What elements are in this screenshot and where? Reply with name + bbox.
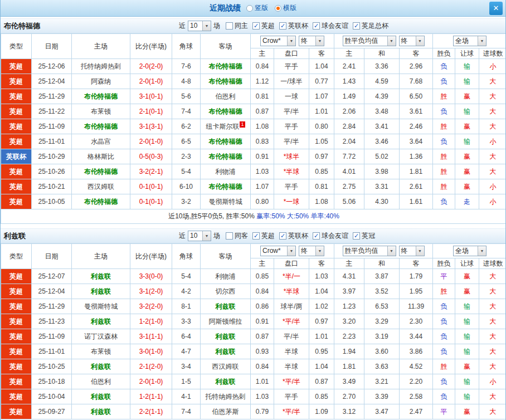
europe-company-select[interactable]: 胜平负均值▼: [343, 246, 396, 256]
filter-checkbox[interactable]: ✓英足总杯: [353, 21, 388, 31]
corners-cell: 7-4: [172, 104, 201, 119]
goals-cell: 大: [479, 329, 506, 344]
europe-draw-cell: 4.39: [364, 89, 400, 104]
filter-checkbox[interactable]: 同主: [226, 21, 248, 31]
match-count-value: 10: [188, 21, 202, 31]
away-team-cell: 西汉姆联: [201, 359, 251, 374]
match-row: 英超25-10-05布伦特福德0-1(0-1)3-2曼彻斯特城0.80*一球1.…: [1, 194, 506, 209]
checkbox-checked-icon[interactable]: ✓: [279, 22, 286, 30]
close-button[interactable]: ✕: [489, 2, 503, 15]
layout-option-label: 竖版: [255, 3, 268, 13]
goals-cell: 大: [479, 404, 506, 419]
checkbox-unchecked-icon[interactable]: [226, 232, 233, 240]
europe-time-select[interactable]: 终▼: [399, 36, 425, 46]
date-cell: 25-11-09: [32, 329, 72, 344]
filter-checkbox[interactable]: ✓英联杯: [279, 231, 308, 241]
radio-unselected-icon[interactable]: [246, 5, 253, 12]
europe-home-cell: 3.20: [334, 314, 364, 329]
away-team-cell: 纽卡斯尔联1: [201, 119, 251, 134]
filter-checkbox[interactable]: 同客: [226, 231, 248, 241]
asian-home-odds-cell: 0.91: [251, 149, 274, 164]
radio-selected-icon[interactable]: [275, 5, 281, 12]
league-cell: 英超: [1, 329, 32, 344]
europe-draw-cell: 3.39: [364, 389, 400, 404]
europe-draw-cell: 3.87: [364, 269, 400, 284]
match-count-select[interactable]: 10▼: [188, 231, 211, 241]
filter-checkbox[interactable]: ✓球会友谊: [313, 231, 348, 241]
away-team-cell: 利兹联: [201, 299, 251, 314]
chevron-down-icon: ▼: [315, 36, 324, 46]
match-row: 英超25-11-29曼彻斯特城3-2(2-0)8-1利兹联0.86球半/两1.0…: [1, 299, 506, 314]
europe-away-cell: 2.61: [400, 179, 433, 194]
subcol-europe-away: 客: [400, 48, 433, 59]
away-team-cell: 利物浦: [201, 269, 251, 284]
handicap-cell: 平/半: [274, 104, 309, 119]
europe-away-cell: 11.39: [400, 299, 433, 314]
results-body: 英超25-12-07利兹联3-3(0-0)5-4利物浦0.85*半/一1.034…: [1, 269, 506, 419]
outcome-cell: 平: [433, 404, 455, 419]
handicap-result-cell: 赢: [455, 149, 479, 164]
corners-cell: 5-4: [172, 269, 201, 284]
filter-label: 英足总杯: [362, 21, 388, 31]
filter-checkbox[interactable]: ✓英超: [252, 21, 275, 31]
outcome-cell: 负: [433, 389, 455, 404]
scope-select[interactable]: 全场▼: [453, 246, 486, 256]
league-cell: 英超: [1, 164, 32, 179]
asian-home-odds-cell: 0.84: [251, 284, 274, 299]
europe-away-cell: 1.81: [400, 164, 433, 179]
layout-option[interactable]: 竖版: [246, 3, 268, 13]
europe-company-select[interactable]: 胜平负均值▼: [343, 36, 396, 46]
checkbox-checked-icon[interactable]: ✓: [252, 22, 260, 30]
scope-select[interactable]: 全场▼: [453, 36, 486, 46]
europe-time-select[interactable]: 终▼: [399, 246, 425, 256]
corners-cell: 2-3: [172, 149, 201, 164]
chevron-down-icon: ▼: [387, 36, 396, 46]
away-team-cell: 布伦特福德: [201, 74, 251, 89]
asian-home-odds-cell: 0.86: [251, 299, 274, 314]
europe-draw-cell: 3.31: [364, 179, 400, 194]
handicap-result-cell: 赢: [455, 284, 479, 299]
home-team-cell: 布伦特福德: [72, 194, 130, 209]
date-cell: 25-11-01: [32, 134, 72, 149]
asian-company-value: Crow*: [261, 246, 287, 256]
away-team-cell: 布伦特福德: [201, 179, 251, 194]
goals-cell: 大: [479, 269, 506, 284]
asian-company-select[interactable]: Crow*▼: [260, 36, 296, 46]
outcome-cell: 胜: [433, 179, 455, 194]
asian-time-select[interactable]: 终▼: [299, 36, 324, 46]
asian-time-select[interactable]: 终▼: [299, 246, 324, 256]
summary-row: 近10场,胜5平0负5, 胜率:50% 赢率:50% 大:50% 单率:40%: [1, 209, 506, 224]
handicap-cell: 平手: [274, 59, 309, 74]
checkbox-checked-icon[interactable]: ✓: [353, 232, 360, 240]
checkbox-checked-icon[interactable]: ✓: [279, 232, 286, 240]
checkbox-unchecked-icon[interactable]: [226, 22, 233, 30]
filter-checkbox[interactable]: ✓英冠: [353, 231, 375, 241]
europe-draw-cell: 4.30: [364, 194, 400, 209]
league-cell: 英超: [1, 284, 32, 299]
match-count-select[interactable]: 10▼: [188, 21, 211, 31]
col-header-type: 类型: [1, 34, 32, 59]
filter-checkbox[interactable]: ✓球会友谊: [313, 21, 348, 31]
checkbox-checked-icon[interactable]: ✓: [353, 22, 360, 30]
col-header-home: 主场: [72, 244, 130, 269]
europe-home-cell: 1.49: [334, 89, 364, 104]
filter-checkbox[interactable]: ✓英联杯: [279, 21, 308, 31]
chevron-down-icon: ▼: [202, 21, 211, 31]
handicap-cell: 平手: [274, 179, 309, 194]
league-cell: 英超: [1, 389, 32, 404]
outcome-cell: 负: [433, 194, 455, 209]
league-cell: 英超: [1, 359, 32, 374]
asian-company-select[interactable]: Crow*▼: [260, 246, 296, 256]
date-cell: 25-10-26: [32, 164, 72, 179]
checkbox-checked-icon[interactable]: ✓: [252, 232, 260, 240]
corners-cell: 5-4: [172, 164, 201, 179]
checkbox-checked-icon[interactable]: ✓: [313, 22, 320, 30]
asian-home-odds-cell: 1.03: [251, 389, 274, 404]
col-header-score: 比分(半场): [130, 34, 172, 59]
filter-checkbox[interactable]: ✓英超: [252, 231, 275, 241]
corners-cell: 6-5: [172, 134, 201, 149]
league-cell: 英联杯: [1, 149, 32, 164]
layout-option[interactable]: 横版: [275, 3, 296, 13]
checkbox-checked-icon[interactable]: ✓: [313, 232, 320, 240]
filter-label: 同客: [235, 231, 248, 241]
